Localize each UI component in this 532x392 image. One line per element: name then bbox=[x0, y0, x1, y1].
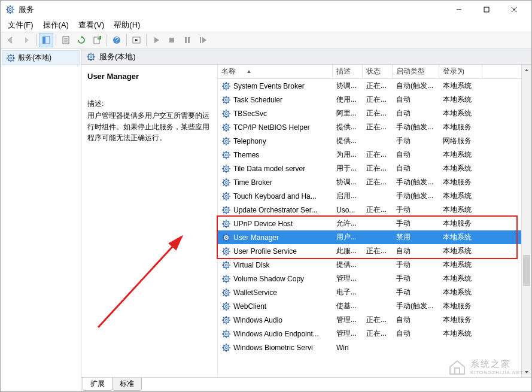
scrollbar-thumb[interactable] bbox=[523, 255, 530, 286]
properties-button[interactable] bbox=[59, 33, 73, 47]
service-startup-text: 手动 bbox=[393, 136, 439, 146]
service-startup-text: 手动 bbox=[393, 218, 439, 229]
scroll-up-button[interactable] bbox=[522, 65, 531, 75]
service-row[interactable]: System Events Broker协调...正在...自动(触发...本地… bbox=[218, 79, 521, 93]
close-button[interactable] bbox=[500, 1, 528, 18]
column-description[interactable]: 描述 bbox=[333, 65, 363, 78]
service-row[interactable]: Windows Audio Endpoint...管理...正在...自动本地系… bbox=[218, 327, 521, 341]
service-startup-text: 禁用 bbox=[393, 232, 439, 242]
column-name[interactable]: 名称 bbox=[218, 65, 333, 78]
service-desc-text: 启用... bbox=[333, 191, 363, 201]
service-row[interactable]: Update Orchestrator Ser...Uso...正在...手动本… bbox=[218, 203, 521, 217]
service-row[interactable]: WebClient使基...手动(触发...本地服务 bbox=[218, 299, 521, 313]
help-button[interactable]: ? bbox=[110, 33, 124, 47]
list-pane-header: 服务(本地) bbox=[81, 49, 531, 65]
menu-help[interactable]: 帮助(H) bbox=[109, 19, 145, 32]
tab-standard[interactable]: 标准 bbox=[112, 378, 142, 391]
vertical-scrollbar[interactable] bbox=[521, 65, 531, 377]
service-row[interactable]: Tile Data model server用于...正在...自动本地系统 bbox=[218, 162, 521, 175]
service-status-text: 正在... bbox=[363, 122, 393, 132]
service-logon-text: 本地系统 bbox=[439, 81, 482, 91]
svg-rect-15 bbox=[45, 37, 50, 44]
service-desc-text: 管理... bbox=[333, 274, 363, 284]
list-body: System Events Broker协调...正在...自动(触发...本地… bbox=[218, 79, 521, 377]
service-name-text: Tile Data model server bbox=[233, 165, 305, 173]
gear-icon bbox=[221, 150, 231, 160]
service-row[interactable]: Task Scheduler使用...正在...自动本地系统 bbox=[218, 93, 521, 107]
gear-icon bbox=[221, 192, 231, 201]
start-service-button[interactable] bbox=[129, 33, 144, 47]
app-icon bbox=[5, 5, 15, 14]
list-header: 名称 描述 状态 启动类型 登录为 bbox=[218, 65, 521, 79]
column-startup-type[interactable]: 启动类型 bbox=[393, 65, 439, 78]
service-row[interactable]: UPnP Device Host允许...手动本地服务 bbox=[218, 217, 521, 230]
tab-extended[interactable]: 扩展 bbox=[83, 378, 113, 391]
service-desc-text: 协调... bbox=[333, 81, 363, 91]
service-row[interactable]: Time Broker协调...正在...手动(触发...本地服务 bbox=[218, 175, 521, 189]
service-row[interactable]: Windows Biometric ServiWin bbox=[218, 341, 521, 354]
toolbar-separator bbox=[56, 34, 56, 46]
service-row[interactable]: TCP/IP NetBIOS Helper提供...正在...手动(触发...本… bbox=[218, 120, 521, 134]
play-button[interactable] bbox=[149, 33, 163, 47]
refresh-button[interactable] bbox=[74, 33, 89, 47]
nav-forward-button[interactable] bbox=[19, 33, 34, 47]
gear-icon bbox=[221, 178, 231, 187]
service-startup-text: 自动 bbox=[393, 315, 439, 325]
service-name-text: UPnP Device Host bbox=[233, 220, 293, 228]
service-desc-text: 提供... bbox=[333, 122, 363, 132]
pause-button[interactable] bbox=[180, 33, 194, 47]
toolbar-separator bbox=[126, 34, 127, 46]
service-row[interactable]: Themes为用...正在...自动本地系统 bbox=[218, 148, 521, 162]
gear-icon bbox=[6, 53, 16, 63]
minimize-button[interactable] bbox=[445, 1, 473, 18]
service-row[interactable]: Volume Shadow Copy管理...手动本地系统 bbox=[218, 272, 521, 285]
nav-back-button[interactable] bbox=[4, 33, 18, 47]
service-row[interactable]: User Manager用户...禁用本地系统 bbox=[218, 230, 521, 244]
service-row[interactable]: WalletService电子...手动本地系统 bbox=[218, 285, 521, 299]
service-startup-text: 自动 bbox=[393, 163, 439, 174]
service-logon-text: 网络服务 bbox=[439, 136, 482, 146]
tree-root-services[interactable]: 服务(本地) bbox=[2, 50, 80, 65]
service-row[interactable]: User Profile Service此服...正在...自动本地系统 bbox=[218, 244, 521, 258]
service-desc-text: Uso... bbox=[333, 206, 363, 214]
service-name-text: Windows Biometric Servi bbox=[233, 344, 313, 352]
service-logon-text: 本地系统 bbox=[439, 246, 482, 256]
service-logon-text: 本地系统 bbox=[439, 191, 482, 201]
service-startup-text: 手动(触发... bbox=[393, 122, 439, 132]
service-row[interactable]: TBSecSvc阿里...正在...自动本地系统 bbox=[218, 107, 521, 120]
service-name-text: User Manager bbox=[233, 233, 279, 242]
column-logon-as[interactable]: 登录为 bbox=[439, 65, 482, 78]
window-buttons bbox=[445, 1, 528, 18]
stop-button[interactable] bbox=[165, 33, 179, 47]
service-logon-text: 本地系统 bbox=[439, 150, 482, 160]
restart-button[interactable] bbox=[196, 33, 210, 47]
service-startup-text: 自动 bbox=[393, 95, 439, 105]
service-logon-text: 本地系统 bbox=[439, 205, 482, 215]
svg-rect-26 bbox=[188, 37, 190, 43]
service-desc-text: Win bbox=[333, 344, 363, 352]
title-bar: 服务 bbox=[1, 1, 531, 19]
show-hide-tree-button[interactable] bbox=[39, 33, 53, 47]
service-startup-text: 自动 bbox=[393, 150, 439, 160]
service-startup-text: 自动 bbox=[393, 108, 439, 118]
maximize-button[interactable] bbox=[473, 1, 500, 18]
service-logon-text: 本地服务 bbox=[439, 218, 482, 229]
menu-action[interactable]: 操作(A) bbox=[38, 19, 74, 32]
menu-view[interactable]: 查看(V) bbox=[74, 19, 109, 32]
service-name-text: System Events Broker bbox=[233, 82, 305, 90]
service-row[interactable]: Telephony提供...手动网络服务 bbox=[218, 134, 521, 148]
service-row[interactable]: Touch Keyboard and Ha...启用...手动(触发...本地系… bbox=[218, 189, 521, 203]
service-status-text: 正在... bbox=[363, 315, 393, 325]
service-status-text: 正在... bbox=[363, 246, 393, 256]
column-status[interactable]: 状态 bbox=[363, 65, 393, 78]
gear-icon bbox=[221, 288, 231, 297]
menu-bar: 文件(F) 操作(A) 查看(V) 帮助(H) bbox=[1, 19, 531, 32]
service-row[interactable]: Virtual Disk提供...手动本地系统 bbox=[218, 258, 521, 272]
service-name-text: WalletService bbox=[233, 288, 277, 297]
service-row[interactable]: Windows Audio管理...正在...自动本地服务 bbox=[218, 313, 521, 327]
menu-file[interactable]: 文件(F) bbox=[3, 19, 38, 32]
service-desc-text: 使用... bbox=[333, 95, 363, 105]
export-button[interactable] bbox=[90, 33, 104, 47]
service-logon-text: 本地系统 bbox=[439, 108, 482, 118]
service-startup-text: 手动 bbox=[393, 274, 439, 284]
